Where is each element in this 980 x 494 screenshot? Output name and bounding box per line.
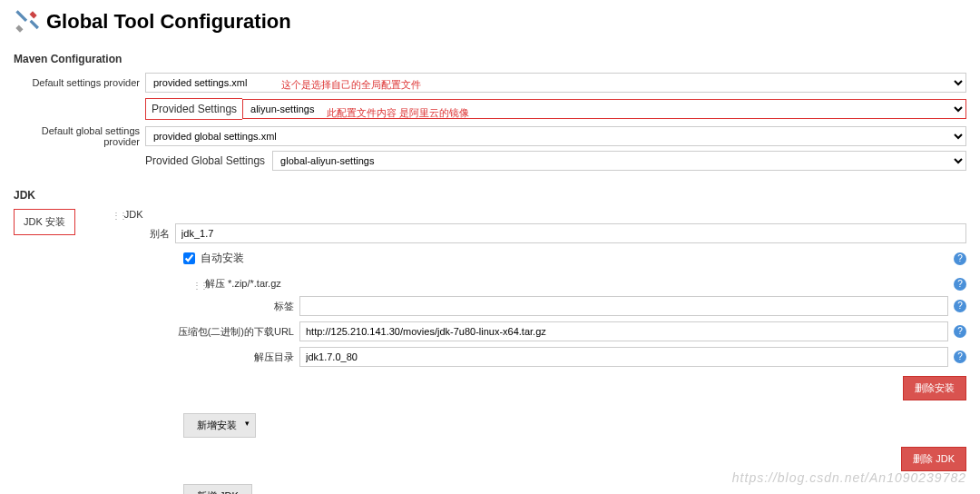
- delete-install-button[interactable]: 删除安装: [903, 376, 966, 400]
- drag-handle-icon[interactable]: [112, 209, 121, 220]
- extract-dir-label: 解压目录: [14, 351, 299, 364]
- provided-global-label: Provided Global Settings: [145, 154, 272, 167]
- extract-label: 解压 *.zip/*.tar.gz: [205, 277, 948, 291]
- page-title: Global Tool Configuration: [46, 10, 291, 34]
- maven-section-title: Maven Configuration: [14, 53, 966, 65]
- provided-global-select[interactable]: global-aliyun-settings: [272, 151, 966, 171]
- alias-input[interactable]: [175, 223, 966, 243]
- tools-icon: [14, 9, 39, 35]
- help-icon[interactable]: ?: [954, 300, 966, 312]
- auto-install-label: 自动安装: [201, 251, 948, 266]
- add-install-button[interactable]: 新增安装: [183, 413, 256, 438]
- tag-label: 标签: [14, 300, 299, 313]
- default-settings-row: Default settings provider provided setti…: [14, 73, 966, 93]
- provided-global-row: Provided Global Settings global-aliyun-s…: [14, 151, 966, 171]
- extract-dir-input[interactable]: [299, 347, 948, 367]
- page-header: Global Tool Configuration: [14, 9, 966, 35]
- jdk-section-title: JDK: [14, 189, 966, 202]
- default-global-row: Default global settings provider provide…: [14, 125, 966, 147]
- url-label: 压缩包(二进制)的下载URL: [14, 325, 299, 339]
- tag-input[interactable]: [299, 296, 948, 316]
- help-icon[interactable]: ?: [954, 278, 966, 291]
- default-global-select[interactable]: provided global settings.xml: [145, 126, 966, 146]
- help-icon[interactable]: ?: [954, 351, 966, 363]
- help-icon[interactable]: ?: [954, 325, 966, 338]
- jdk-block-title: JDK: [124, 209, 143, 220]
- watermark: https://blog.csdn.net/An1090239782: [732, 470, 966, 485]
- default-global-label: Default global settings provider: [14, 125, 145, 147]
- annotation-2: 此配置文件内容 是阿里云的镜像: [327, 106, 469, 120]
- jdk-install-label: JDK 安装: [14, 209, 75, 235]
- drag-handle-icon[interactable]: [192, 279, 201, 290]
- url-input[interactable]: [299, 321, 948, 341]
- provided-settings-label: Provided Settings: [145, 98, 242, 120]
- default-settings-select[interactable]: provided settings.xml: [145, 73, 966, 93]
- delete-jdk-button[interactable]: 删除 JDK: [901, 447, 966, 471]
- annotation-1: 这个是选择自己的全局配置文件: [281, 78, 421, 92]
- default-settings-label: Default settings provider: [14, 77, 145, 88]
- add-jdk-button[interactable]: 新增 JDK: [183, 484, 252, 494]
- provided-settings-row: Provided Settings aliyun-settings: [14, 98, 966, 120]
- alias-label: 别名: [80, 223, 175, 241]
- help-icon[interactable]: ?: [954, 252, 966, 265]
- auto-install-checkbox[interactable]: [183, 252, 195, 264]
